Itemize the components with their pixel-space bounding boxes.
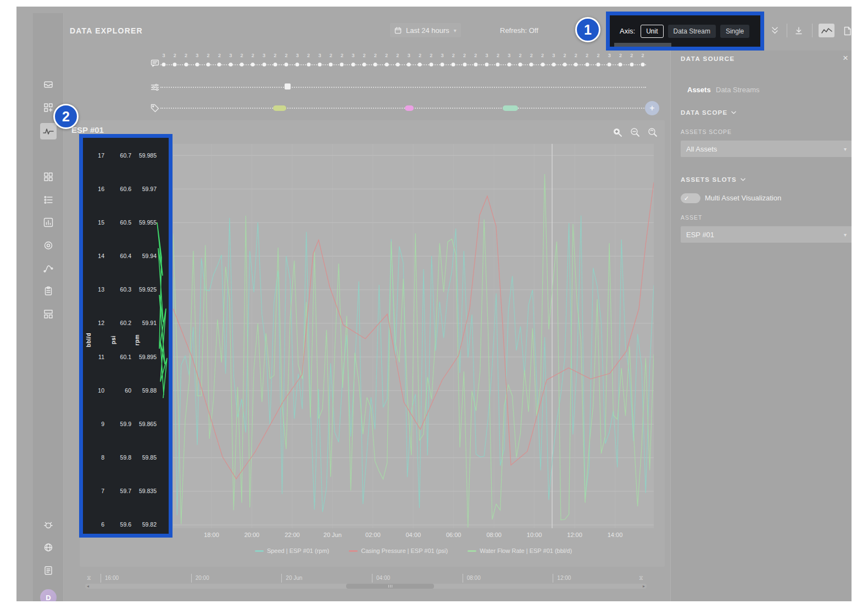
sidebar-item-tiles[interactable] <box>43 309 53 319</box>
event-dot[interactable] <box>363 63 366 66</box>
tag-pill[interactable] <box>503 105 518 111</box>
time-range-dropdown[interactable]: Last 24 hours ▾ <box>390 23 461 37</box>
assets-scope-dropdown[interactable]: All Assets ▾ <box>681 141 852 157</box>
refresh-status[interactable]: Refresh: Off <box>500 26 538 35</box>
report-button[interactable] <box>841 24 852 37</box>
sidebar-item-streams[interactable] <box>43 195 53 205</box>
tab-data-streams[interactable]: Data Streams <box>716 86 759 94</box>
event-dot[interactable] <box>541 63 544 66</box>
event-dot[interactable] <box>285 63 288 66</box>
sidebar-item-docs[interactable] <box>43 566 53 575</box>
scrollbar-handle[interactable] <box>346 584 434 589</box>
event-dot[interactable] <box>251 63 255 66</box>
event-dot[interactable] <box>630 63 633 66</box>
event-dot[interactable] <box>273 63 277 66</box>
event-dot[interactable] <box>262 63 266 66</box>
event-dot[interactable] <box>463 63 466 66</box>
x-tick: 20:00 <box>244 532 260 538</box>
tab-assets[interactable]: Assets <box>687 86 711 94</box>
event-count: 3 <box>296 53 299 58</box>
multi-asset-toggle[interactable]: ✓ <box>681 193 700 203</box>
legend-item[interactable]: Casing Pressure | ESP #01 (psi) <box>349 547 448 554</box>
sidebar-item-dashboards[interactable] <box>43 172 53 182</box>
sidebar-item-assets[interactable] <box>43 80 53 90</box>
asset-dropdown[interactable]: ESP #01 ▾ <box>681 226 852 243</box>
event-dot[interactable] <box>619 63 622 66</box>
zoom-out-button[interactable] <box>630 127 640 139</box>
sidebar-item-workflows[interactable] <box>43 264 53 273</box>
event-dot[interactable] <box>452 63 455 66</box>
collapse-all-button[interactable] <box>768 24 781 37</box>
sidebar-item-monitoring[interactable] <box>43 241 53 250</box>
event-dot[interactable] <box>195 63 199 66</box>
close-icon[interactable]: × <box>843 53 848 64</box>
chart-canvas[interactable] <box>173 144 654 528</box>
event-dot[interactable] <box>641 63 645 66</box>
event-count: 3 <box>608 53 611 58</box>
scroll-left-arrow[interactable]: ◂ <box>87 584 89 589</box>
timeline-marker[interactable] <box>285 83 291 90</box>
zoom-in-button[interactable] <box>613 127 622 139</box>
event-dot[interactable] <box>530 63 533 66</box>
tags-row-icon[interactable] <box>151 104 159 115</box>
event-dot[interactable] <box>329 63 333 66</box>
event-dot[interactable] <box>229 63 232 66</box>
axis-option-data-stream[interactable]: Data Stream <box>668 25 716 38</box>
axis-option-single[interactable]: Single <box>720 25 749 38</box>
event-dot[interactable] <box>340 63 344 66</box>
event-dot[interactable] <box>496 63 500 66</box>
legend-item[interactable]: Water Flow Rate | ESP #01 (bbl/d) <box>468 547 572 554</box>
event-dot[interactable] <box>396 63 399 66</box>
scroll-right-arrow[interactable]: ▸ <box>643 584 645 589</box>
event-dot[interactable] <box>407 63 411 66</box>
sidebar-item-debug[interactable] <box>43 520 53 530</box>
event-dot[interactable] <box>296 63 299 66</box>
tag-pill[interactable] <box>405 105 414 111</box>
zoom-reset-button[interactable] <box>648 127 658 139</box>
event-dot[interactable] <box>585 63 589 66</box>
event-dot[interactable] <box>184 63 188 66</box>
sidebar-item-apps[interactable] <box>43 103 53 113</box>
event-dot[interactable] <box>552 63 555 66</box>
event-dot[interactable] <box>507 63 511 66</box>
event-dot[interactable] <box>563 63 567 66</box>
user-avatar[interactable]: D <box>40 589 57 601</box>
add-annotation-button[interactable]: + <box>645 101 659 115</box>
axis-option-unit[interactable]: Unit <box>641 25 663 38</box>
event-dot[interactable] <box>474 63 477 66</box>
data-scope-header[interactable]: DATA SCOPE <box>681 109 736 116</box>
horizontal-scrollbar[interactable]: ◂ ▸ <box>85 584 647 589</box>
event-dot[interactable] <box>162 63 166 66</box>
assets-slots-header[interactable]: ASSETS SLOTS <box>681 176 745 183</box>
y-tick-rpm: 59.91 <box>135 320 157 326</box>
sidebar-item-globe[interactable] <box>43 543 53 552</box>
event-dot[interactable] <box>318 63 321 66</box>
event-dot[interactable] <box>374 63 377 66</box>
event-dot[interactable] <box>574 63 578 66</box>
event-count: 2 <box>642 53 644 58</box>
event-dot[interactable] <box>441 63 444 66</box>
event-dot[interactable] <box>207 63 210 66</box>
axis-active-underline <box>614 43 671 47</box>
event-dot[interactable] <box>429 63 433 66</box>
event-dot[interactable] <box>596 63 600 66</box>
event-dot[interactable] <box>240 63 243 66</box>
download-button[interactable] <box>792 24 805 37</box>
event-dot[interactable] <box>218 63 221 66</box>
settings-row-icon[interactable] <box>151 83 159 94</box>
event-dot[interactable] <box>608 63 611 66</box>
annotations-row-icon[interactable] <box>151 59 159 70</box>
event-dot[interactable] <box>173 63 177 66</box>
tag-pill[interactable] <box>273 105 286 111</box>
event-dot[interactable] <box>518 63 522 66</box>
sidebar-item-data-explorer-active[interactable] <box>40 123 57 139</box>
event-dot[interactable] <box>418 63 422 66</box>
event-dot[interactable] <box>385 63 388 66</box>
event-dot[interactable] <box>485 63 489 66</box>
chart-view-toggle[interactable] <box>819 24 834 37</box>
event-dot[interactable] <box>351 63 355 66</box>
event-dot[interactable] <box>307 63 310 66</box>
sidebar-item-reports[interactable] <box>43 286 53 296</box>
sidebar-item-analytics[interactable] <box>43 217 53 227</box>
legend-item[interactable]: Speed | ESP #01 (rpm) <box>255 547 329 554</box>
